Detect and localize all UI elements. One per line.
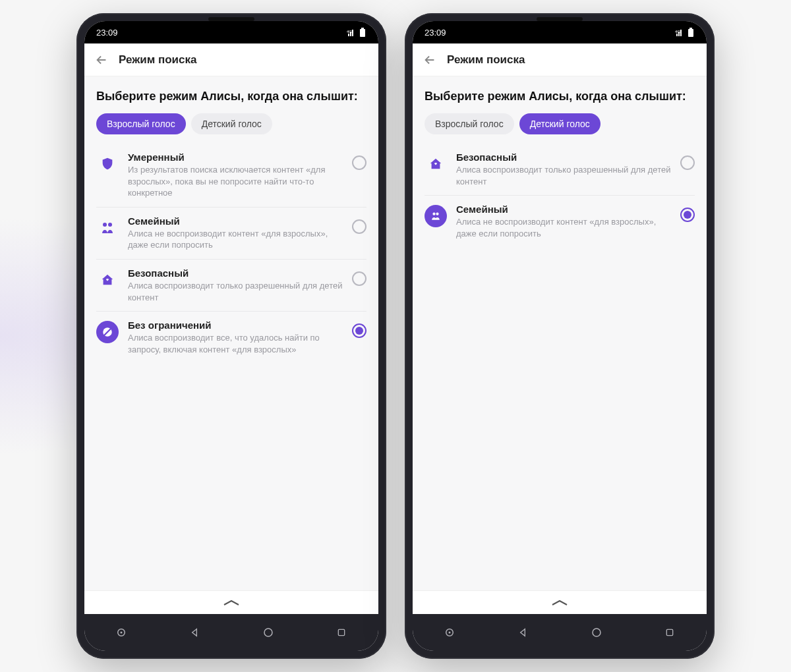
- phone-screen: 23:09 4G Режим поиска Выберите режим Али…: [84, 21, 378, 651]
- app-bar: Режим поиска: [84, 43, 378, 76]
- home-icon: [96, 269, 119, 291]
- status-bar: 23:09 4G: [84, 21, 378, 43]
- svg-point-17: [593, 629, 601, 636]
- option-title: Семейный: [456, 204, 671, 215]
- svg-point-14: [436, 213, 438, 215]
- battery-icon: [687, 28, 695, 37]
- nav-recent-button[interactable]: [327, 618, 356, 647]
- family-icon: [425, 205, 447, 227]
- options-list: Безопасный Алиса воспроизводит только ра…: [425, 144, 695, 247]
- option-desc: Из результатов поиска исключается контен…: [128, 164, 343, 199]
- circle-icon: [262, 627, 274, 638]
- circle-icon: [591, 627, 602, 638]
- app-bar: Режим поиска: [413, 43, 707, 76]
- nav-assistant-button[interactable]: [435, 618, 464, 647]
- square-icon: [336, 627, 347, 638]
- content-area: Выберите режим Алисы, когда она слышит: …: [84, 76, 378, 590]
- svg-point-3: [103, 223, 107, 227]
- option-body: Безопасный Алиса воспроизводит только ра…: [128, 267, 343, 303]
- radio-button[interactable]: [352, 155, 366, 170]
- home-icon: [425, 153, 447, 175]
- option-body: Семейный Алиса не воспроизводит контент …: [128, 215, 343, 251]
- signal-4g-icon: 4G: [347, 28, 356, 36]
- bottom-drag-hint[interactable]: [413, 590, 707, 614]
- nav-recent-button[interactable]: [655, 618, 684, 647]
- voice-tabs: Взрослый голос Детский голос: [425, 113, 695, 134]
- svg-text:4G: 4G: [347, 30, 352, 34]
- radio-button[interactable]: [680, 155, 695, 170]
- triangle-left-icon: [189, 627, 200, 638]
- option-family[interactable]: Семейный Алиса не воспроизводит контент …: [425, 196, 695, 247]
- option-title: Семейный: [128, 215, 343, 227]
- svg-point-16: [449, 632, 450, 633]
- tab-adult-voice[interactable]: Взрослый голос: [96, 113, 186, 134]
- option-safe[interactable]: Безопасный Алиса воспроизводит только ра…: [425, 144, 695, 196]
- dot-ring-icon: [444, 627, 455, 638]
- svg-rect-11: [688, 29, 693, 37]
- tab-adult-voice[interactable]: Взрослый голос: [425, 113, 514, 134]
- status-icons: 4G: [675, 28, 695, 37]
- back-button[interactable]: [94, 52, 109, 68]
- option-body: Семейный Алиса не воспроизводит контент …: [456, 204, 671, 239]
- section-heading: Выберите режим Алисы, когда она слышит:: [425, 88, 695, 104]
- signal-4g-icon: 4G: [675, 28, 684, 36]
- option-body: Безопасный Алиса воспроизводит только ра…: [456, 152, 671, 187]
- option-title: Умеренный: [128, 152, 343, 163]
- option-desc: Алиса не воспроизводит контент «для взро…: [128, 228, 343, 251]
- radio-button[interactable]: [352, 323, 366, 338]
- svg-point-4: [108, 223, 112, 227]
- option-moderate[interactable]: Умеренный Из результатов поиска исключае…: [96, 144, 366, 208]
- svg-rect-2: [361, 28, 364, 29]
- option-title: Безопасный: [128, 267, 343, 279]
- nav-assistant-button[interactable]: [107, 618, 136, 647]
- nav-home-button[interactable]: [254, 618, 283, 647]
- back-button[interactable]: [422, 52, 438, 68]
- svg-text:4G: 4G: [675, 30, 680, 34]
- chevron-up-icon: [221, 598, 241, 607]
- svg-point-13: [432, 213, 435, 215]
- nav-back-button[interactable]: [508, 618, 537, 647]
- status-icons: 4G: [347, 28, 366, 37]
- nav-back-button[interactable]: [180, 618, 209, 647]
- chevron-up-icon: [550, 598, 570, 607]
- svg-point-7: [121, 632, 122, 633]
- triangle-left-icon: [517, 627, 528, 638]
- square-icon: [664, 627, 675, 638]
- options-list: Умеренный Из результатов поиска исключае…: [96, 144, 366, 363]
- radio-button[interactable]: [680, 208, 695, 222]
- battery-icon: [359, 28, 366, 37]
- phone-frame-left: 23:09 4G Режим поиска Выберите режим Али…: [76, 13, 386, 659]
- tab-child-voice[interactable]: Детский голос: [519, 113, 601, 134]
- page-title: Режим поиска: [447, 53, 525, 67]
- radio-button[interactable]: [352, 219, 366, 234]
- nav-home-button[interactable]: [582, 618, 611, 647]
- option-desc: Алиса не воспроизводит контент «для взро…: [456, 216, 671, 239]
- page-title: Режим поиска: [119, 53, 196, 67]
- arrow-left-icon: [94, 53, 109, 67]
- system-nav-bar: [413, 614, 707, 651]
- option-desc: Алиса воспроизводит только разрешенный д…: [128, 280, 343, 303]
- bottom-drag-hint[interactable]: [84, 590, 378, 614]
- option-family[interactable]: Семейный Алиса не воспроизводит контент …: [96, 208, 366, 260]
- dot-ring-icon: [115, 627, 127, 638]
- option-desc: Алиса воспроизводит только разрешенный д…: [456, 164, 671, 187]
- tab-child-voice[interactable]: Детский голос: [191, 113, 272, 134]
- svg-rect-18: [667, 629, 673, 635]
- option-desc: Алиса воспроизводит все, что удалось най…: [128, 332, 343, 355]
- svg-rect-12: [689, 28, 692, 29]
- phone-frame-right: 23:09 4G Режим поиска Выберите режим Али…: [405, 13, 715, 659]
- radio-button[interactable]: [352, 271, 366, 286]
- svg-point-8: [264, 629, 272, 636]
- status-time: 23:09: [425, 28, 446, 38]
- option-title: Без ограничений: [128, 320, 343, 331]
- option-title: Безопасный: [456, 152, 671, 163]
- unlimited-icon: [96, 321, 119, 343]
- phone-screen: 23:09 4G Режим поиска Выберите режим Али…: [413, 21, 707, 651]
- content-area: Выберите режим Алисы, когда она слышит: …: [413, 76, 707, 590]
- arrow-left-icon: [423, 53, 437, 67]
- option-unlimited[interactable]: Без ограничений Алиса воспроизводит все,…: [96, 312, 366, 363]
- option-body: Без ограничений Алиса воспроизводит все,…: [128, 320, 343, 355]
- svg-rect-9: [339, 629, 345, 635]
- section-heading: Выберите режим Алисы, когда она слышит:: [96, 88, 366, 104]
- option-safe[interactable]: Безопасный Алиса воспроизводит только ра…: [96, 260, 366, 312]
